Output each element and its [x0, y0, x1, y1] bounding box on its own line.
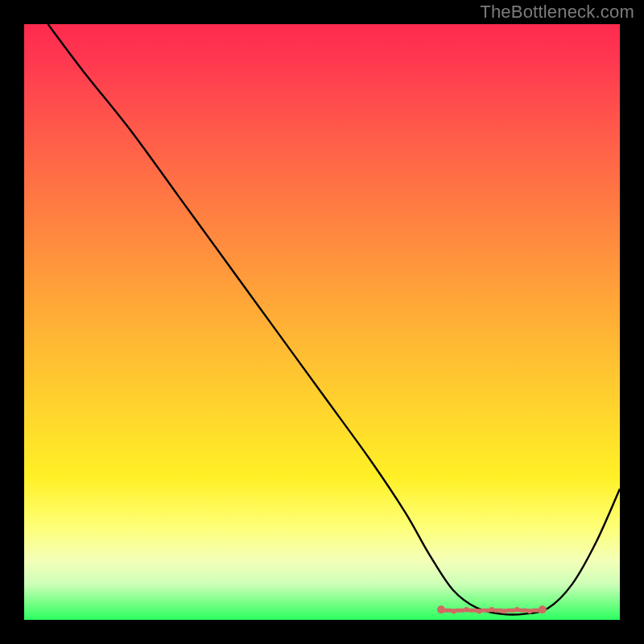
curve-svg — [24, 24, 620, 620]
chart-frame: TheBottleneck.com — [0, 0, 644, 644]
plot-area — [24, 24, 620, 620]
bottleneck-curve-path — [48, 24, 620, 615]
watermark-text: TheBottleneck.com — [480, 2, 634, 23]
optimal-marker-dot — [539, 605, 547, 613]
